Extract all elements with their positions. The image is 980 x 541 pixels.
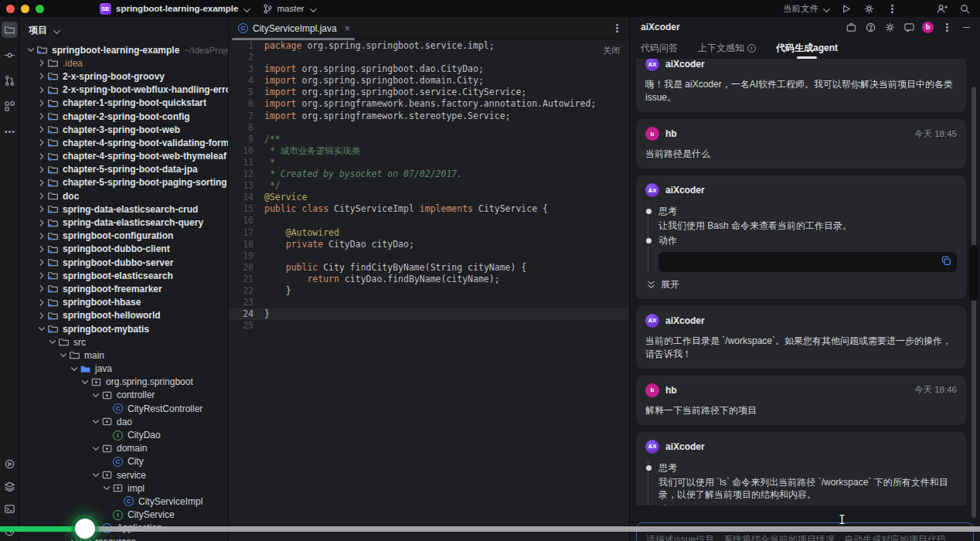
editor-options-icon[interactable] xyxy=(611,22,623,35)
copy-icon[interactable] xyxy=(941,256,951,266)
tree-item-chapter-3-spring-boot-web[interactable]: chapter-3-spring-boot-web xyxy=(19,123,228,136)
more-actions-icon[interactable] xyxy=(941,21,953,33)
structure-tool-icon[interactable] xyxy=(2,98,18,114)
more-tools-icon[interactable] xyxy=(2,124,18,140)
chat-scrollbar-thumb[interactable] xyxy=(969,245,978,301)
tree-item-.idea[interactable]: .idea xyxy=(19,56,228,70)
close-banner-link[interactable]: 关闭 xyxy=(603,45,620,56)
tree-item-CityRestController[interactable]: CCityRestController xyxy=(19,402,228,415)
chevron-right-icon xyxy=(36,243,47,254)
video-progress-bar[interactable] xyxy=(0,526,980,532)
chevron-right-icon xyxy=(36,217,47,228)
tree-item-2-x-spring-boot-groovy[interactable]: 2-x-spring-boot-groovy xyxy=(19,70,228,83)
code-editor[interactable]: 1package org.spring.springboot.service.i… xyxy=(229,40,629,541)
message-timestamp: 今天 18:46 xyxy=(914,384,957,396)
tree-item-chapter-1-spring-boot-quickstart[interactable]: chapter-1-spring-boot-quickstart xyxy=(19,97,228,110)
run-icon[interactable] xyxy=(839,2,852,15)
tree-item-dao[interactable]: dao xyxy=(19,415,228,428)
module-icon xyxy=(47,151,59,162)
chat-tab-1[interactable]: 代码问答 xyxy=(641,37,678,59)
code-line-16: 16 xyxy=(229,215,629,226)
tree-item-springboot-configuration[interactable]: springboot-configuration xyxy=(19,230,228,243)
tree-item-springboot-learning-example[interactable]: springboot-learning-example~/IdeaProject… xyxy=(19,43,228,56)
tree-item-springboot-elasticsearch[interactable]: springboot-elasticsearch xyxy=(19,269,228,282)
tree-item-impl[interactable]: impl xyxy=(19,481,228,495)
chevron-down-icon xyxy=(26,45,36,56)
chevron-down-icon[interactable] xyxy=(51,26,59,34)
window-minimize-button[interactable] xyxy=(21,5,29,13)
tree-item-resources[interactable]: resources xyxy=(19,535,228,541)
user-avatar[interactable]: b xyxy=(922,22,934,33)
chat-tab-3[interactable]: 代码生成agent xyxy=(776,37,838,59)
mouse-cursor-ibeam: I xyxy=(839,513,846,527)
tree-item-main[interactable]: main xyxy=(19,349,228,362)
toolbox-icon[interactable] xyxy=(845,21,857,33)
tree-item-springboot-freemarker[interactable]: springboot-freemarker xyxy=(19,282,228,295)
window-close-button[interactable] xyxy=(6,5,15,13)
run-configuration-selector[interactable]: 当前文件 xyxy=(783,3,829,15)
chat-tab-2[interactable]: 上下文感知i xyxy=(698,37,756,59)
video-playhead[interactable] xyxy=(75,519,95,539)
issue-input[interactable]: 请描述issue信息，系统将结合当前的项目情况，自动生成对应的项目代码。 xyxy=(636,522,974,541)
line-number: 2 xyxy=(229,52,264,63)
tree-item-service[interactable]: service xyxy=(19,468,228,481)
project-selector[interactable]: springboot-learning-example xyxy=(116,4,249,13)
tree-item-CityService[interactable]: ICityService xyxy=(19,509,228,522)
tree-item-chapter-4-spring-boot-web-thymeleaf[interactable]: chapter-4-spring-boot-web-thymeleaf xyxy=(19,150,228,163)
tree-item-chapter-4-spring-boot-validating-form-input[interactable]: chapter-4-spring-boot-validating-form-in… xyxy=(19,136,228,149)
hide-panel-icon[interactable] xyxy=(960,21,972,33)
tree-item-chapter-5-spring-boot-data-jpa[interactable]: chapter-5-spring-boot-data-jpa xyxy=(19,163,228,176)
expand-button[interactable]: 展开 xyxy=(645,278,957,291)
line-number: 9 xyxy=(229,134,264,145)
terminal-tool-icon[interactable] xyxy=(2,501,18,517)
tree-item-springboot-helloworld[interactable]: springboot-helloworld xyxy=(19,309,228,322)
chevron-right-icon xyxy=(36,297,47,308)
tree-item-src[interactable]: src xyxy=(19,335,228,349)
tree-item-spring-data-elasticsearch-query[interactable]: spring-data-elasticsearch-query xyxy=(19,216,228,229)
tree-item-label: springboot-helloworld xyxy=(63,310,161,321)
feedback-icon[interactable] xyxy=(903,21,915,33)
window-zoom-button[interactable] xyxy=(36,5,44,13)
project-tool-icon[interactable] xyxy=(2,22,18,38)
tree-item-label: .idea xyxy=(63,58,83,69)
chevron-down-icon xyxy=(90,390,101,400)
commit-tool-icon[interactable] xyxy=(2,47,18,63)
add-user-icon[interactable] xyxy=(935,2,948,15)
class-icon: C xyxy=(123,495,134,507)
tree-item-label: doc xyxy=(63,191,79,202)
message-text: 嗨！我是 aiXcoder，一名AI软件工程师。我可以帮你解决当前项目中的各类i… xyxy=(645,78,957,104)
tree-item-CityServiceImpl[interactable]: CCityServiceImpl xyxy=(19,495,228,508)
tree-item-springboot-mybatis[interactable]: springboot-mybatis xyxy=(19,322,228,335)
chat-scrollbar-track[interactable] xyxy=(971,87,976,518)
help-icon[interactable] xyxy=(864,21,876,33)
tree-item-org.spring.springboot[interactable]: org.spring.springboot xyxy=(19,376,228,389)
tree-item-chapter-2-spring-boot-config[interactable]: chapter-2-spring-boot-config xyxy=(19,110,228,123)
tree-item-springboot-hbase[interactable]: springboot-hbase xyxy=(19,296,228,309)
settings-gear-icon[interactable] xyxy=(863,2,875,15)
settings-gear-icon[interactable] xyxy=(883,21,896,33)
tree-item-label: service xyxy=(117,470,146,481)
package-icon xyxy=(112,482,124,494)
services-tool-icon[interactable] xyxy=(2,478,18,495)
more-actions-icon[interactable] xyxy=(886,2,898,15)
line-number: 17 xyxy=(229,227,264,239)
branch-selector[interactable]: master xyxy=(261,2,315,15)
tree-item-domain[interactable]: domain xyxy=(19,442,228,455)
tree-item-springboot-dubbo-server[interactable]: springboot-dubbo-server xyxy=(19,256,228,269)
chevron-down-icon xyxy=(58,350,69,361)
tree-item-spring-data-elasticsearch-crud[interactable]: spring-data-elasticsearch-crud xyxy=(19,202,228,216)
tree-item-chapter-5-spring-boot-paging-sorting[interactable]: chapter-5-spring-boot-paging-sorting xyxy=(19,176,228,189)
close-tab-icon[interactable]: × xyxy=(345,23,350,34)
run-tool-icon[interactable] xyxy=(2,456,18,472)
tree-item-java[interactable]: java xyxy=(19,362,228,376)
search-icon[interactable] xyxy=(958,2,971,15)
tree-item-City[interactable]: CCity xyxy=(19,455,228,468)
tree-item-controller[interactable]: controller xyxy=(19,389,228,402)
tree-item-springboot-dubbo-client[interactable]: springboot-dubbo-client xyxy=(19,243,228,256)
pull-request-tool-icon[interactable] xyxy=(2,73,18,89)
tree-item-2-x-spring-boot-webflux-handling-errors[interactable]: 2-x-spring-boot-webflux-handling-errors xyxy=(19,83,228,97)
tree-item-doc[interactable]: doc xyxy=(19,189,228,202)
editor-tab[interactable]: C CityServiceImpl.java × xyxy=(229,17,358,40)
chevron-right-icon xyxy=(36,230,47,241)
tree-item-CityDao[interactable]: ICityDao xyxy=(19,428,228,441)
